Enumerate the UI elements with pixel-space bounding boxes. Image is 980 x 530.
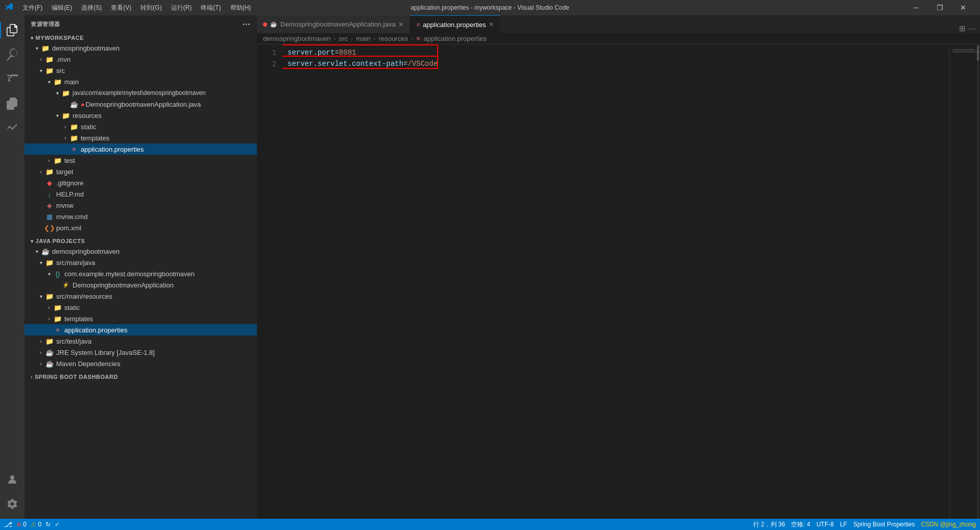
- tree-item-main[interactable]: ▾ 📁 main: [25, 76, 257, 87]
- tab-java-label: DemospringbootmavenApplication.java: [280, 20, 395, 28]
- tab-properties[interactable]: ≡ application.properties ✕: [410, 15, 500, 33]
- prop-val-2: /VSCode: [408, 58, 438, 69]
- tree-item-static[interactable]: › 📁 static: [25, 121, 257, 132]
- explorer-header: 资源管理器 ⋯: [25, 15, 257, 33]
- extensions-icon[interactable]: [0, 91, 25, 116]
- editor-area: ☕ DemospringbootmavenApplication.java ✕ …: [257, 15, 980, 519]
- status-bar: ⎇ ⊗ 0 ⚠ 0 ↻ ✓ 行 2，列 36 空格: 4 UTF-8 LF Sp…: [0, 519, 980, 530]
- jp-demospringbootmaven[interactable]: ▾ ☕ demospringbootmaven: [25, 246, 257, 257]
- git-branch-icon[interactable]: ⎇: [4, 520, 12, 528]
- status-left[interactable]: ⎇ ⊗ 0 ⚠ 0 ↻ ✓: [4, 520, 60, 528]
- tree-item-src[interactable]: ▾ 📁 src: [25, 65, 257, 76]
- line-ending[interactable]: LF: [840, 521, 847, 528]
- menu-terminal[interactable]: 终端(T): [197, 3, 225, 13]
- split-editor-icon[interactable]: ⊞: [959, 24, 966, 33]
- menu-edit[interactable]: 编辑(E): [47, 3, 76, 13]
- section-java-projects[interactable]: ▾ JAVA PROJECTS: [25, 236, 257, 246]
- tree-item-demospringbootmaven[interactable]: ▾ 📁 demospringbootmaven: [25, 42, 257, 54]
- account-icon[interactable]: [0, 467, 25, 492]
- tabs-right-actions[interactable]: ⊞ ⋯: [955, 24, 980, 33]
- breadcrumb-main[interactable]: main: [356, 35, 370, 42]
- explorer-actions[interactable]: ⋯: [242, 19, 251, 29]
- explorer-icon[interactable]: [0, 18, 25, 42]
- tab-close-properties[interactable]: ✕: [489, 21, 494, 28]
- jp-jre[interactable]: › ☕ JRE System Library [JavaSE-1.8]: [25, 347, 257, 358]
- jp-maven-deps[interactable]: › ☕ Maven Dependencies: [25, 358, 257, 369]
- maximize-button[interactable]: ❐: [928, 0, 951, 15]
- tree-item-application-properties[interactable]: › ≡ application.properties: [25, 143, 257, 155]
- menu-help[interactable]: 帮助(H): [226, 3, 255, 13]
- menu-run[interactable]: 运行(R): [167, 3, 196, 13]
- menu-goto[interactable]: 转到(G): [136, 3, 165, 13]
- prop-key-2: server.servlet.context-path: [288, 58, 403, 69]
- tree-item-gitignore[interactable]: › ◆ .gitignore: [25, 177, 257, 188]
- minimize-button[interactable]: ─: [904, 0, 928, 15]
- tree-item-main-java[interactable]: › ☕ ● DemospringbootmavenApplication.jav…: [25, 99, 257, 110]
- testing-icon[interactable]: [0, 116, 25, 140]
- tree-item-mvnw[interactable]: › ◈ mvnw: [25, 200, 257, 211]
- close-button[interactable]: ✕: [951, 0, 975, 15]
- tree-item-test[interactable]: › 📁 test: [25, 155, 257, 166]
- activity-bar-bottom: [0, 467, 25, 516]
- more-actions-icon[interactable]: ⋯: [968, 24, 976, 33]
- encoding[interactable]: UTF-8: [817, 521, 834, 528]
- tree-item-helpmd[interactable]: › ↓ HELP.md: [25, 188, 257, 200]
- warnings-count[interactable]: ⚠ 0: [31, 521, 41, 528]
- activity-bar: [0, 15, 25, 519]
- language-mode[interactable]: Spring Boot Properties: [853, 521, 915, 528]
- search-icon[interactable]: [0, 42, 25, 67]
- prop-val-1: 8081: [339, 47, 356, 58]
- menu-view[interactable]: 查看(V): [107, 3, 135, 13]
- jp-main-class[interactable]: › ⚡ DemospringbootmavenApplication: [25, 279, 257, 291]
- new-file-icon[interactable]: ⋯: [242, 19, 251, 29]
- breadcrumb: demospringbootmaven › src › main › resou…: [257, 33, 980, 44]
- section-myworkspace[interactable]: ▾ MYWORKSPACE: [25, 33, 257, 42]
- jp-src-main-java[interactable]: ▾ 📁 src/main/java: [25, 257, 257, 268]
- window-title: application.properties - myworkspace - V…: [411, 4, 569, 11]
- explorer-title: 资源管理器: [31, 20, 60, 28]
- error-icon: ⊗: [16, 521, 21, 528]
- tree-item-target[interactable]: › 📁 target: [25, 166, 257, 177]
- menu-file[interactable]: 文件(F): [18, 3, 46, 13]
- sidebar: 资源管理器 ⋯ ▾ MYWORKSPACE ▾ 📁 demospringboot…: [25, 15, 257, 519]
- tree-item-mvnw-cmd[interactable]: › ▦ mvnw.cmd: [25, 211, 257, 222]
- jp-application-properties[interactable]: › ≡ application.properties: [25, 324, 257, 335]
- errors-count[interactable]: ⊗ 0: [16, 521, 27, 528]
- breadcrumb-root[interactable]: demospringbootmaven: [263, 35, 330, 42]
- code-editor[interactable]: server.port=8081 server.servlet.context-…: [282, 44, 949, 519]
- jp-templates[interactable]: › 📁 templates: [25, 313, 257, 324]
- tab-java[interactable]: ☕ DemospringbootmavenApplication.java ✕: [257, 15, 410, 33]
- tab-properties-label: application.properties: [423, 21, 486, 29]
- sync-icon[interactable]: ↻: [45, 521, 51, 528]
- file-tree[interactable]: ▾ MYWORKSPACE ▾ 📁 demospringbootmaven › …: [25, 33, 257, 519]
- settings-icon[interactable]: [0, 492, 25, 516]
- section-spring-boot-dashboard[interactable]: › SPRING BOOT DASHBOARD: [25, 372, 257, 381]
- cursor-position[interactable]: 行 2，列 36: [753, 520, 785, 529]
- menu-select[interactable]: 选择(S): [77, 3, 106, 13]
- source-control-icon[interactable]: [0, 67, 25, 91]
- jp-static[interactable]: › 📁 static: [25, 302, 257, 313]
- tree-item-mvn[interactable]: › 📁 .mvn: [25, 54, 257, 65]
- tabs-bar[interactable]: ☕ DemospringbootmavenApplication.java ✕ …: [257, 15, 980, 33]
- prop-key-1: server.port: [288, 47, 334, 58]
- status-right[interactable]: 行 2，列 36 空格: 4 UTF-8 LF Spring Boot Prop…: [753, 520, 976, 529]
- tree-item-resources[interactable]: ▾ 📁 resources: [25, 110, 257, 121]
- breadcrumb-sep-3: ›: [373, 35, 375, 42]
- breadcrumb-sep-2: ›: [351, 35, 353, 42]
- check-icon[interactable]: ✓: [55, 521, 60, 528]
- tab-close-java[interactable]: ✕: [398, 21, 403, 28]
- tree-item-pomxml[interactable]: › ❮❯ pom.xml: [25, 222, 257, 233]
- tree-item-templates[interactable]: › 📁 templates: [25, 132, 257, 143]
- jp-src-test-java[interactable]: › 📁 src/test/java: [25, 335, 257, 347]
- breadcrumb-src[interactable]: src: [339, 35, 348, 42]
- jp-src-main-resources[interactable]: ▾ 📁 src/main/resources: [25, 291, 257, 302]
- line-numbers: 1 2: [257, 44, 282, 519]
- breadcrumb-resources[interactable]: resources: [379, 35, 408, 42]
- jp-package[interactable]: ▾ {} com.example.mytest.demospringbootma…: [25, 268, 257, 279]
- menu-bar[interactable]: 文件(F) 编辑(E) 选择(S) 查看(V) 转到(G) 运行(R) 终端(T…: [18, 3, 255, 13]
- breadcrumb-file[interactable]: ≡ application.properties: [416, 35, 487, 42]
- window-controls[interactable]: ─ ❐ ✕: [904, 0, 975, 15]
- indentation[interactable]: 空格: 4: [791, 520, 810, 529]
- java-file-icon: ☕: [270, 21, 277, 28]
- tree-item-java-package[interactable]: ▾ 📁 java\com\example\mytest\demospringbo…: [25, 87, 257, 99]
